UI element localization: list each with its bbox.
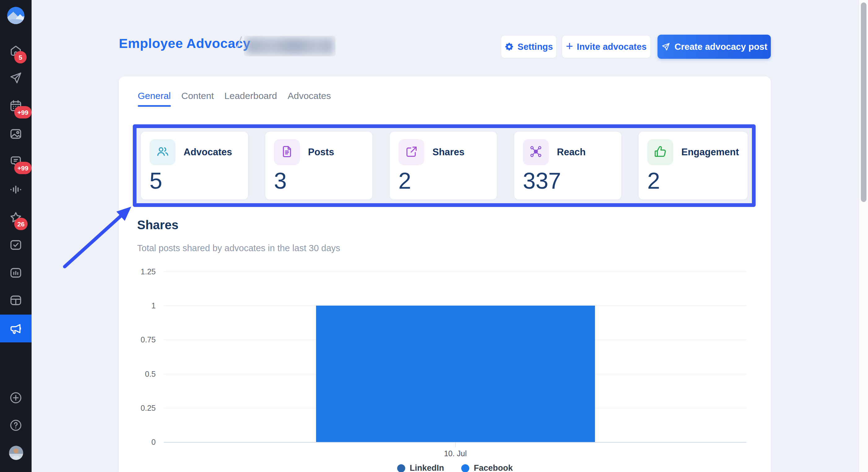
shares-bar-chart: 1.25 1 0.75 0.5 0.25 0 10. Jul LinkedIn … xyxy=(136,266,754,472)
settings-label: Settings xyxy=(518,42,553,52)
legend-item-facebook[interactable]: Facebook xyxy=(461,463,513,472)
stat-label: Shares xyxy=(432,146,464,158)
tab-leaderboard-label: Leaderboard xyxy=(224,91,277,101)
tab-content[interactable]: Content xyxy=(181,91,215,107)
megaphone-icon xyxy=(9,322,23,336)
stat-value: 2 xyxy=(398,169,488,192)
image-icon xyxy=(9,127,23,141)
stat-label: Posts xyxy=(308,146,334,158)
posts-icon-tile xyxy=(274,139,300,165)
advocates-icon-tile xyxy=(150,139,176,165)
tab-general-label: General xyxy=(138,91,171,101)
sidebar-item-media[interactable] xyxy=(0,120,32,148)
sidebar: 5 +99 xyxy=(0,0,32,472)
home-badge: 5 xyxy=(14,51,27,63)
stat-label: Engagement xyxy=(681,146,739,158)
y-tick: 0.25 xyxy=(136,403,156,413)
y-tick: 0.5 xyxy=(136,369,156,379)
check-square-icon xyxy=(9,238,23,252)
stat-card-reach: Reach 337 xyxy=(514,132,621,200)
network-icon xyxy=(529,144,543,160)
page-title: Employee Advocacy xyxy=(119,36,250,51)
sidebar-item-listening[interactable] xyxy=(0,176,32,204)
sidebar-item-add[interactable] xyxy=(0,384,32,412)
create-advocacy-post-button[interactable]: Create advocacy post xyxy=(657,35,771,59)
x-tick-mark xyxy=(455,442,456,447)
sidebar-item-home[interactable]: 5 xyxy=(0,37,32,65)
legend-item-linkedin[interactable]: LinkedIn xyxy=(397,463,444,472)
sidebar-item-reviews[interactable]: 26 xyxy=(0,204,32,231)
sidebar-item-inbox[interactable]: +99 xyxy=(0,147,32,175)
send-icon xyxy=(9,71,22,85)
shares-section-title: Shares xyxy=(137,218,178,232)
invite-label: Invite advocates xyxy=(577,42,647,52)
stat-card-shares: Shares 2 xyxy=(390,132,497,200)
stat-value: 3 xyxy=(274,169,364,192)
stat-label: Advocates xyxy=(184,146,232,158)
y-tick: 1 xyxy=(136,301,156,310)
active-tab-underline xyxy=(138,105,171,107)
calendar-badge: +99 xyxy=(14,106,32,119)
stat-card-engagement: Engagement 2 xyxy=(639,132,748,200)
linkedin-legend-dot xyxy=(397,464,405,472)
page-scrollbar[interactable] xyxy=(859,0,868,472)
workspace-name-redacted xyxy=(244,36,336,56)
question-circle-icon xyxy=(9,418,23,432)
employee-advocacy-page: 5 +99 xyxy=(0,0,868,472)
x-tick-label: 10. Jul xyxy=(425,449,486,458)
stat-value: 5 xyxy=(150,169,239,192)
facebook-shares-bar[interactable] xyxy=(316,306,595,442)
sidebar-item-calendar[interactable]: +99 xyxy=(0,92,32,120)
thumbs-up-icon xyxy=(653,144,668,160)
chart-legend: LinkedIn Facebook xyxy=(164,463,746,472)
vista-social-logo-icon xyxy=(7,7,25,24)
sidebar-item-publish[interactable] xyxy=(0,64,32,92)
app-logo[interactable] xyxy=(7,7,25,24)
tab-advocates[interactable]: Advocates xyxy=(287,91,332,107)
stat-value: 337 xyxy=(523,169,613,192)
shares-icon-tile xyxy=(398,139,425,165)
stat-label: Reach xyxy=(557,146,586,158)
shares-section-subtitle: Total posts shared by advocates in the l… xyxy=(137,243,340,253)
reach-icon-tile xyxy=(523,139,549,165)
waveform-icon xyxy=(9,183,23,196)
y-tick: 0.75 xyxy=(136,335,156,344)
user-avatar[interactable] xyxy=(9,446,23,460)
avatar-photo xyxy=(9,446,23,460)
plus-icon: + xyxy=(566,40,573,52)
invite-advocates-button[interactable]: + Invite advocates xyxy=(562,35,651,58)
people-icon xyxy=(155,144,169,160)
sidebar-item-reports[interactable] xyxy=(0,259,32,287)
sidebar-item-boards[interactable] xyxy=(0,286,32,314)
stat-value: 2 xyxy=(647,169,739,192)
gridline xyxy=(164,272,746,272)
tab-content-label: Content xyxy=(181,91,214,101)
tab-general[interactable]: General xyxy=(137,91,172,107)
stat-card-posts: Posts 3 xyxy=(265,132,372,200)
inbox-badge: +99 xyxy=(14,162,32,174)
tab-advocates-label: Advocates xyxy=(287,91,331,101)
stat-card-advocates: Advocates 5 xyxy=(141,132,248,200)
y-tick: 1.25 xyxy=(136,267,156,276)
linkedin-legend-label: LinkedIn xyxy=(409,463,444,472)
bar-chart-icon xyxy=(9,266,23,280)
sidebar-item-advocacy-active[interactable] xyxy=(0,314,32,342)
tab-bar: General Content Leaderboard Advocates xyxy=(137,91,332,107)
share-square-icon xyxy=(404,144,418,160)
y-tick: 0 xyxy=(136,437,156,447)
facebook-legend-dot xyxy=(461,464,469,472)
sidebar-item-tasks[interactable] xyxy=(0,231,32,259)
sidebar-item-help[interactable] xyxy=(0,411,32,439)
tab-leaderboard[interactable]: Leaderboard xyxy=(224,91,278,107)
send-icon xyxy=(661,42,671,52)
reviews-badge: 26 xyxy=(14,218,28,230)
scrollbar-thumb[interactable] xyxy=(861,2,866,202)
create-label: Create advocacy post xyxy=(675,42,767,52)
x-axis-line xyxy=(164,442,746,443)
facebook-legend-label: Facebook xyxy=(474,463,513,472)
plus-circle-icon xyxy=(9,391,23,405)
layout-icon xyxy=(9,294,23,307)
stats-highlight-rectangle: Advocates 5 Posts 3 xyxy=(133,124,756,207)
settings-button[interactable]: Settings xyxy=(501,35,557,58)
document-icon xyxy=(280,144,294,160)
